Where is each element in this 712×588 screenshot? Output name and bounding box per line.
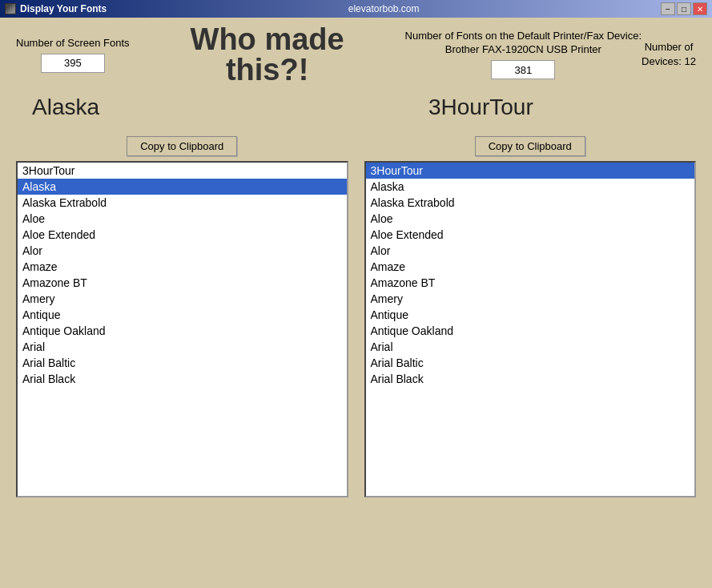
list-item[interactable]: Arial <box>366 339 695 355</box>
printer-fonts-label: Number of Fonts on the Default Printer/F… <box>405 30 642 42</box>
list-item[interactable]: Amaze <box>366 259 695 275</box>
list-item[interactable]: Alor <box>366 243 695 259</box>
title-bar-buttons: − □ ✕ <box>661 2 707 15</box>
list-item[interactable]: Alaska Extrabold <box>366 195 695 211</box>
screen-fonts-section: Number of Screen Fonts <box>16 37 130 73</box>
list-item[interactable]: Amery <box>18 291 347 307</box>
devices-label: Number ofDevices: 12 <box>642 41 696 67</box>
list-item[interactable]: Aloe Extended <box>18 227 347 243</box>
big-title-section: Who made this?! <box>130 24 405 85</box>
printer-fonts-count[interactable] <box>491 60 555 79</box>
minimize-button[interactable]: − <box>661 2 675 15</box>
left-font-listbox[interactable]: 3HourTourAlaskaAlaska ExtraboldAloeAloe … <box>16 161 348 497</box>
list-item[interactable]: Arial Baltic <box>18 355 347 371</box>
title-bar-url: elevatorbob.com <box>348 3 420 14</box>
list-item[interactable]: Alaska Extrabold <box>18 195 347 211</box>
header-area: Number of Screen Fonts Who made this?! N… <box>0 18 712 88</box>
list-item[interactable]: 3HourTour <box>366 163 695 179</box>
left-list-column: Copy to Clipboard 3HourTourAlaskaAlaska … <box>16 136 348 497</box>
left-font-preview: Alaska <box>16 95 99 120</box>
right-font-preview: 3HourTour <box>428 95 597 120</box>
list-item[interactable]: 3HourTour <box>18 163 347 179</box>
big-title: Who made this?! <box>130 24 405 85</box>
lists-row: Copy to Clipboard 3HourTourAlaskaAlaska … <box>0 136 712 497</box>
devices-section: Number ofDevices: 12 <box>642 40 696 69</box>
printer-fonts-section: Number of Fonts on the Default Printer/F… <box>405 30 642 79</box>
screen-fonts-label: Number of Screen Fonts <box>16 37 130 49</box>
title-bar-title: Display Your Fonts <box>20 3 107 14</box>
list-item[interactable]: Aloe <box>18 211 347 227</box>
list-item[interactable]: Antique <box>366 307 695 323</box>
screen-fonts-count[interactable] <box>41 54 105 73</box>
previews-row: Alaska 3HourTour <box>0 88 712 120</box>
app-icon <box>5 3 16 14</box>
list-item[interactable]: Aloe <box>366 211 695 227</box>
list-item[interactable]: Alaska <box>18 179 347 195</box>
list-item[interactable]: Alaska <box>366 179 695 195</box>
left-copy-button[interactable]: Copy to Clipboard <box>127 136 237 156</box>
list-item[interactable]: Amazone BT <box>18 275 347 291</box>
list-item[interactable]: Antique Oakland <box>366 323 695 339</box>
maximize-button[interactable]: □ <box>677 2 691 15</box>
list-item[interactable]: Aloe Extended <box>366 227 695 243</box>
right-copy-button[interactable]: Copy to Clipboard <box>475 136 585 156</box>
list-item[interactable]: Amaze <box>18 259 347 275</box>
list-item[interactable]: Alor <box>18 243 347 259</box>
title-bar-left: Display Your Fonts <box>5 3 107 14</box>
list-item[interactable]: Arial Black <box>18 371 347 387</box>
list-item[interactable]: Antique Oakland <box>18 323 347 339</box>
right-list-column: Copy to Clipboard 3HourTourAlaskaAlaska … <box>364 136 697 497</box>
list-item[interactable]: Antique <box>18 307 347 323</box>
close-button[interactable]: ✕ <box>693 2 707 15</box>
list-item[interactable]: Arial Baltic <box>366 355 695 371</box>
printer-name: Brother FAX-1920CN USB Printer <box>445 43 601 55</box>
list-item[interactable]: Arial <box>18 339 347 355</box>
list-item[interactable]: Arial Black <box>366 371 695 387</box>
title-bar: Display Your Fonts elevatorbob.com − □ ✕ <box>0 0 712 18</box>
list-item[interactable]: Amery <box>366 291 695 307</box>
right-font-listbox[interactable]: 3HourTourAlaskaAlaska ExtraboldAloeAloe … <box>364 161 697 497</box>
list-item[interactable]: Amazone BT <box>366 275 695 291</box>
